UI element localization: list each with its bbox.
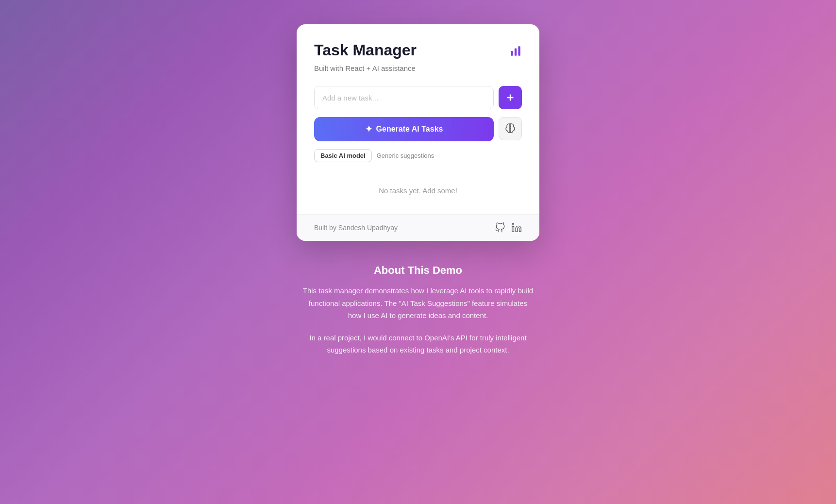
svg-rect-10 xyxy=(512,226,514,232)
app-subtitle: Built with React + AI assistance xyxy=(314,64,522,72)
footer-icons xyxy=(495,222,522,233)
svg-rect-0 xyxy=(511,51,513,56)
about-paragraph-2: In a real project, I would connect to Op… xyxy=(301,332,535,356)
svg-point-11 xyxy=(512,223,514,225)
github-link[interactable] xyxy=(495,222,505,233)
bar-chart-icon xyxy=(509,45,522,60)
task-input[interactable] xyxy=(314,86,494,109)
about-section: About This Demo This task manager demons… xyxy=(292,264,544,366)
generate-row: ✦ Generate AI Tasks xyxy=(314,117,522,141)
generate-ai-button[interactable]: ✦ Generate AI Tasks xyxy=(314,117,494,141)
sparkle-icon: ✦ xyxy=(365,124,372,134)
empty-state: No tasks yet. Add some! xyxy=(314,177,522,214)
svg-rect-1 xyxy=(515,49,517,56)
about-paragraph-1: This task manager demonstrates how I lev… xyxy=(301,285,535,322)
badge-primary: Basic AI model xyxy=(314,149,372,162)
footer-built-by: Built by Sandesh Upadhyay xyxy=(314,224,398,232)
add-task-button[interactable] xyxy=(499,86,522,109)
card-footer: Built by Sandesh Upadhyay xyxy=(297,214,539,241)
task-input-row xyxy=(314,86,522,109)
svg-rect-2 xyxy=(518,46,520,56)
app-title: Task Manager xyxy=(314,42,417,59)
linkedin-link[interactable] xyxy=(511,222,522,233)
card-header: Task Manager xyxy=(314,42,522,60)
empty-state-message: No tasks yet. Add some! xyxy=(314,186,522,195)
about-title: About This Demo xyxy=(301,264,535,277)
brain-button[interactable] xyxy=(499,117,522,140)
generate-button-label: Generate AI Tasks xyxy=(376,125,443,134)
model-badges: Basic AI model Generic suggestions xyxy=(314,149,522,162)
badge-secondary: Generic suggestions xyxy=(377,152,435,159)
main-card: Task Manager Built with React + AI assis… xyxy=(297,24,539,241)
